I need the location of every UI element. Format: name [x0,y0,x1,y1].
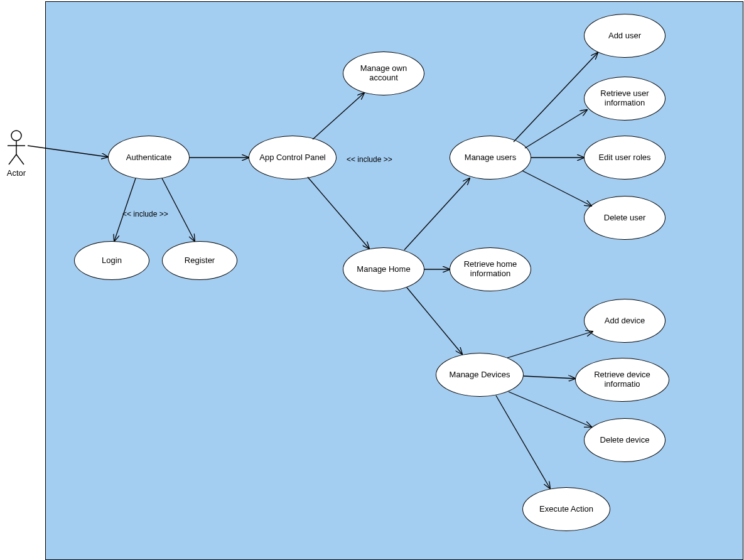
actor-label: Actor [0,168,33,178]
include-label-auth: << include >> [122,210,168,218]
usecase-edit-user-roles: Edit user roles [584,136,666,180]
usecase-retrieve-device-info: Retrieve device informatio [575,358,669,402]
svg-line-4 [16,154,24,164]
usecase-add-user: Add user [584,14,666,58]
svg-line-3 [9,154,16,164]
usecase-manage-home: Manage Home [343,247,424,291]
usecase-app-control-panel: App Control Panel [249,136,337,180]
usecase-authenticate: Authenticate [108,136,190,180]
usecase-delete-user: Delete user [584,196,666,240]
usecase-register: Register [162,241,237,280]
usecase-manage-devices: Manage Devices [436,353,524,397]
include-label-panel: << include >> [347,155,392,164]
use-case-diagram: Actor Authenticate Login Register App Co… [0,0,744,560]
usecase-manage-users: Manage users [450,136,531,180]
usecase-delete-device: Delete device [584,418,666,462]
usecase-manage-own-account: Manage own account [343,51,424,95]
usecase-retrieve-user-info: Retrieve user information [584,77,666,121]
actor-icon [4,129,29,170]
svg-point-0 [11,131,21,141]
usecase-execute-action: Execute Action [522,487,610,531]
usecase-add-device: Add device [584,299,666,343]
usecase-retrieve-home-info: Retrieve home information [450,247,531,291]
usecase-login: Login [74,241,149,280]
